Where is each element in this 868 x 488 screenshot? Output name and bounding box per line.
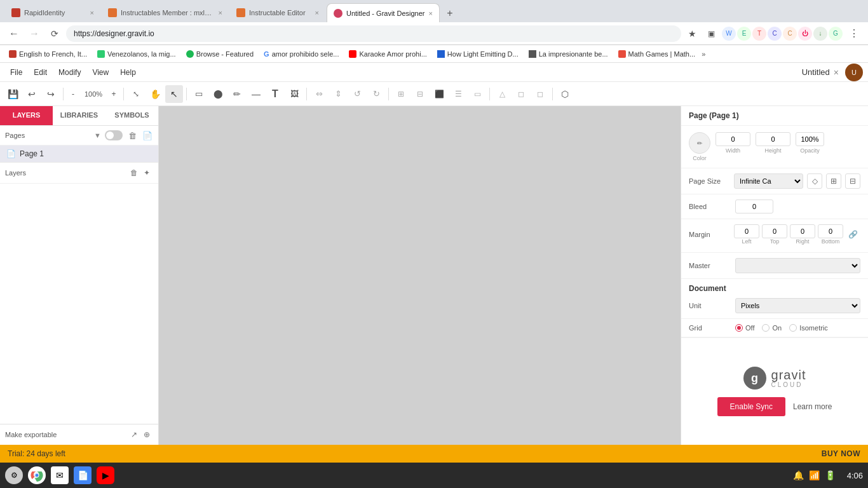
opacity-input[interactable] bbox=[796, 132, 824, 146]
ext-icon-2[interactable]: E bbox=[737, 27, 751, 41]
margin-bottom-input[interactable] bbox=[818, 224, 843, 238]
margin-left-input[interactable] bbox=[734, 224, 759, 238]
tab-close-icon[interactable]: × bbox=[315, 9, 319, 17]
height-input[interactable] bbox=[756, 132, 790, 146]
tab-layers[interactable]: LAYERS bbox=[0, 106, 53, 125]
canvas-area[interactable] bbox=[159, 106, 681, 445]
ext-icon-1[interactable]: W bbox=[722, 27, 736, 41]
path-btn-3[interactable]: ◻ bbox=[531, 85, 549, 103]
tab-symbols[interactable]: SYMBOLS bbox=[105, 106, 158, 125]
doc-close-icon[interactable]: × bbox=[834, 67, 839, 78]
component-btn-2[interactable]: ⊟ bbox=[411, 85, 429, 103]
page-1-item[interactable]: 📄 Page 1 bbox=[0, 146, 158, 162]
flip-h-button[interactable]: ⇔ bbox=[310, 85, 328, 103]
bookmark-spotify[interactable]: Browse - Featured bbox=[182, 49, 257, 59]
frame-button[interactable]: ▭ bbox=[468, 85, 486, 103]
path-btn-2[interactable]: ◻ bbox=[512, 85, 530, 103]
enable-sync-button[interactable]: Enable Sync bbox=[717, 397, 785, 416]
menu-help[interactable]: Help bbox=[115, 65, 141, 79]
grid-isometric-option[interactable]: Isometric bbox=[789, 324, 828, 332]
tab-libraries[interactable]: LIBRARIES bbox=[53, 106, 105, 125]
margin-lock-icon[interactable]: 🔗 bbox=[846, 227, 860, 241]
export-icon-button[interactable]: ↗ bbox=[128, 428, 140, 441]
pan-tool-button[interactable]: ✋ bbox=[146, 85, 164, 103]
buy-now-button[interactable]: BUY NOW bbox=[822, 449, 860, 458]
margin-top-input[interactable] bbox=[762, 224, 787, 238]
tab-close-icon[interactable]: × bbox=[90, 9, 94, 17]
tab-close-icon[interactable]: × bbox=[429, 10, 433, 17]
pages-toggle-switch[interactable] bbox=[105, 130, 123, 140]
tab-gravit-designer[interactable]: Untitled - Gravit Designer × bbox=[327, 3, 440, 22]
bookmark-wk[interactable]: English to French, It... bbox=[5, 49, 91, 59]
bookmark-youtube[interactable]: Karaoke Amor prohi... bbox=[345, 49, 430, 59]
add-export-button[interactable]: ⊕ bbox=[140, 428, 153, 441]
cursor-tool-button[interactable]: ↖ bbox=[165, 85, 183, 103]
bookmark-et[interactable]: Venezolanos, la mig... bbox=[93, 49, 180, 59]
rotate-cw-button[interactable]: ↻ bbox=[367, 85, 385, 103]
url-input[interactable] bbox=[66, 25, 681, 42]
more-bookmarks[interactable]: » bbox=[702, 50, 705, 58]
radio-on[interactable] bbox=[762, 324, 770, 332]
rectangle-tool-button[interactable]: ▭ bbox=[190, 85, 208, 103]
tab-instructables-member[interactable]: Instructables Member : mxlanix... × bbox=[102, 3, 229, 22]
rotate-ccw-button[interactable]: ↺ bbox=[348, 85, 366, 103]
taskbar-linux-icon[interactable]: ⚙ bbox=[5, 466, 23, 484]
bleed-input[interactable] bbox=[735, 200, 773, 214]
back-button[interactable]: ← bbox=[5, 25, 23, 43]
grid-off-option[interactable]: Off bbox=[735, 324, 754, 332]
radio-isometric[interactable] bbox=[789, 324, 797, 332]
ext-icon-5[interactable]: C bbox=[783, 27, 797, 41]
battery-icon[interactable]: 🔋 bbox=[825, 470, 836, 480]
menu-view[interactable]: View bbox=[87, 65, 114, 79]
page-size-grid-icon[interactable]: ⊞ bbox=[826, 173, 841, 189]
learn-more-link[interactable]: Learn more bbox=[793, 402, 832, 411]
distribute-button[interactable]: ☰ bbox=[449, 85, 467, 103]
forward-button[interactable]: → bbox=[25, 25, 43, 43]
tab-close-icon[interactable]: × bbox=[219, 9, 222, 17]
flip-v-button[interactable]: ⇕ bbox=[329, 85, 347, 103]
ext-icon-7[interactable]: ↓ bbox=[813, 27, 827, 41]
save-button[interactable]: 💾 bbox=[4, 85, 22, 103]
page-size-select[interactable]: Infinite Ca bbox=[734, 173, 803, 189]
redo-button[interactable]: ↪ bbox=[42, 85, 60, 103]
menu-dots-icon[interactable]: ⋮ bbox=[845, 25, 863, 43]
unit-select[interactable]: Pixels bbox=[735, 298, 860, 313]
master-select[interactable] bbox=[735, 258, 860, 273]
undo-button[interactable]: ↩ bbox=[23, 85, 41, 103]
taskbar-youtube-icon[interactable]: ▶ bbox=[97, 466, 114, 484]
extensions-icon[interactable]: ▣ bbox=[703, 25, 719, 42]
fill-tool-button[interactable]: ⬤ bbox=[209, 85, 227, 103]
bookmark-google[interactable]: G amor prohibido sele... bbox=[260, 49, 342, 59]
color-swatch[interactable]: ✏ Color bbox=[689, 132, 710, 161]
layers-delete-button[interactable]: 🗑 bbox=[128, 166, 140, 179]
taskbar-chrome-icon[interactable] bbox=[28, 466, 46, 484]
user-avatar[interactable]: U bbox=[845, 64, 863, 81]
pages-chevron-icon[interactable]: ▼ bbox=[94, 132, 101, 139]
new-tab-button[interactable]: + bbox=[441, 4, 459, 22]
pen-tool-button[interactable]: ✏ bbox=[228, 85, 246, 103]
pages-add-button[interactable]: 📄 bbox=[142, 130, 153, 141]
fit-button[interactable]: ⤡ bbox=[127, 85, 145, 103]
image-tool-button[interactable]: 🖼 bbox=[285, 85, 303, 103]
taskbar-gmail-icon[interactable]: ✉ bbox=[51, 466, 69, 484]
tab-instructable-editor[interactable]: Instructable Editor × bbox=[230, 3, 325, 22]
page-size-diamond-icon[interactable]: ◇ bbox=[807, 173, 822, 189]
text-tool-button[interactable]: T bbox=[266, 85, 284, 103]
tab-rapididentity[interactable]: RapidIdentity × bbox=[5, 3, 100, 22]
notification-icon[interactable]: 🔔 bbox=[793, 470, 804, 480]
bookmark-howlight[interactable]: How Light Emitting D... bbox=[433, 49, 522, 59]
stroke-tool-button[interactable]: — bbox=[247, 85, 265, 103]
radio-off[interactable] bbox=[735, 324, 743, 332]
ext-icon-8[interactable]: G bbox=[829, 27, 843, 41]
export-btn[interactable]: ⬡ bbox=[556, 85, 574, 103]
taskbar-gdocs-icon[interactable]: 📄 bbox=[74, 466, 92, 484]
ext-icon-3[interactable]: T bbox=[752, 27, 766, 41]
wifi-icon[interactable]: 📶 bbox=[809, 470, 820, 480]
ext-icon-4[interactable]: C bbox=[768, 27, 782, 41]
pages-delete-button[interactable]: 🗑 bbox=[126, 130, 138, 141]
align-button[interactable]: ⬛ bbox=[430, 85, 448, 103]
width-input[interactable] bbox=[715, 132, 750, 146]
refresh-button[interactable]: ⟳ bbox=[46, 25, 64, 43]
bookmark-math[interactable]: Math Games | Math... bbox=[614, 49, 700, 59]
menu-edit[interactable]: Edit bbox=[29, 65, 52, 79]
